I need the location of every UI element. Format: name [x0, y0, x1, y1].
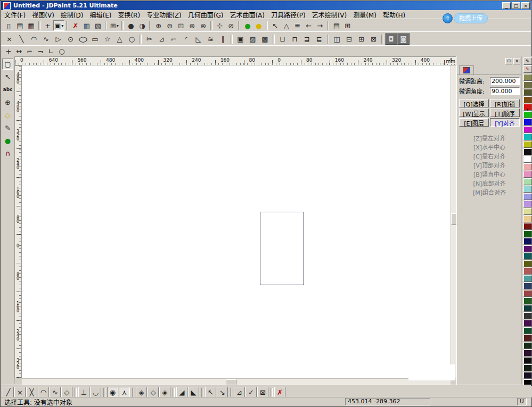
menu-art-surface[interactable]: 艺术曲面(A) — [226, 10, 268, 20]
color-swatch[interactable] — [523, 111, 532, 118]
color-swatch[interactable] — [523, 126, 532, 133]
pick-frame-button[interactable]: △ — [281, 20, 292, 31]
node-combine-button[interactable]: ◫ — [331, 33, 343, 45]
knife-tool-button[interactable]: ✎ — [2, 122, 13, 134]
fill-hatch-button[interactable]: ▨ — [247, 33, 259, 45]
trim-button[interactable]: ✂ — [143, 33, 155, 45]
snap-tangent-button[interactable]: ◡ — [90, 387, 101, 397]
ellipse-button[interactable]: ○ — [77, 33, 89, 45]
order-mode-button[interactable]: [T]顺序 — [490, 109, 520, 117]
color-swatch[interactable] — [523, 230, 532, 237]
menu-toolpath[interactable]: 刀具路径(P) — [268, 10, 309, 20]
check-ok-button[interactable]: ✓ — [245, 387, 257, 397]
color-swatch[interactable] — [523, 283, 532, 289]
node-plus-button[interactable]: ⊞ — [355, 33, 367, 45]
close-button[interactable]: × — [521, 2, 530, 9]
align-top-item[interactable]: [V]顶部对齐 — [457, 161, 522, 170]
color-swatch[interactable] — [523, 223, 532, 230]
display-mode-button[interactable]: [W]显示 — [459, 109, 489, 117]
chamfer-button[interactable]: ◺ — [192, 33, 204, 45]
color-swatch[interactable] — [523, 312, 532, 319]
snap-node-button[interactable]: ◉ — [107, 387, 118, 397]
fill-grid-button[interactable]: ▩ — [259, 33, 271, 45]
light-off-button[interactable]: ● — [253, 20, 264, 31]
regular-polygon-button[interactable]: △ — [113, 33, 126, 45]
select-tool-button[interactable]: ▢ — [2, 59, 13, 70]
palette-pen-button[interactable]: ✎ — [523, 57, 532, 65]
shape-dim-button[interactable]: ○ — [56, 47, 67, 56]
snap-clear-button[interactable]: ✗ — [274, 387, 285, 397]
zoom-dynamic-button[interactable]: ⊘ — [225, 20, 236, 31]
color-swatch[interactable] — [523, 148, 532, 155]
l-dim-button[interactable]: ¬ — [35, 47, 46, 56]
align-right-item[interactable]: [C]靠右对齐 — [457, 152, 522, 161]
menu-view[interactable]: 视图(V) — [29, 10, 58, 20]
color-swatch[interactable] — [523, 119, 532, 126]
subtract-button[interactable]: ⊓ — [289, 33, 301, 45]
minimize-button[interactable]: _ — [502, 2, 511, 9]
dim-shape-button[interactable]: ◇ — [61, 387, 72, 397]
lock-mode-button[interactable]: [R]加锁 — [490, 99, 520, 107]
curve-button[interactable]: ∿ — [40, 33, 52, 45]
menu-measure[interactable]: 测量(M) — [350, 10, 380, 20]
history-back-button[interactable]: ← — [303, 20, 314, 31]
angle-dim-button[interactable]: ∟ — [46, 47, 56, 56]
snap-mid-button[interactable]: ◈ — [136, 387, 147, 397]
magnet-tool-button[interactable]: ∩ — [2, 148, 13, 159]
align-bottom-item[interactable]: [N]底部对齐 — [457, 179, 522, 188]
text-tool-button[interactable]: abc — [2, 84, 13, 95]
clipboard-button[interactable]: ▤ — [331, 20, 342, 31]
color-swatch[interactable] — [523, 156, 532, 163]
color-swatch[interactable] — [523, 297, 532, 304]
color-swatch[interactable] — [523, 245, 532, 252]
palette-pen-alt-button[interactable]: ✎ — [523, 65, 532, 73]
delete-button[interactable]: ✗ — [70, 20, 81, 31]
zoom-in-button[interactable]: ⊕ — [153, 20, 164, 31]
intersect-button[interactable]: ⊒ — [301, 33, 313, 45]
color-swatch[interactable]: ▾ — [523, 104, 532, 111]
align-hcenter-item[interactable]: [X]水平中心 — [457, 143, 522, 152]
panel-close-button[interactable]: × — [513, 58, 520, 64]
color-swatch[interactable] — [523, 215, 532, 222]
new-button[interactable]: ▯ — [3, 20, 14, 31]
node-edit-tool-button[interactable]: ↖ — [2, 71, 13, 82]
color-swatch[interactable] — [523, 275, 532, 282]
menu-file[interactable]: 文件(F) — [1, 10, 29, 20]
title-bar[interactable]: Untitled - JDPaint 5.21 Ultimate _ □ × — [1, 1, 531, 10]
menu-transform[interactable]: 变换(R) — [114, 10, 143, 20]
color-swatch[interactable] — [523, 238, 532, 245]
color-swatch[interactable] — [523, 74, 532, 81]
offset-button[interactable]: ≋ — [204, 33, 217, 45]
center-circle-button[interactable]: ⊙ — [64, 33, 77, 45]
polygon-tool-button[interactable]: ▷ — [52, 33, 64, 45]
dim-arc-button[interactable]: ◠ — [38, 387, 49, 397]
color-swatch[interactable] — [523, 335, 532, 342]
history-forward-button[interactable]: → — [314, 20, 325, 31]
circle-button[interactable]: ○ — [126, 33, 138, 45]
dropdown-arrow-icon[interactable]: ▾ — [61, 23, 63, 28]
copy-button[interactable]: ▥ — [81, 20, 92, 31]
zoom-window-button[interactable]: ⊡ — [175, 20, 186, 31]
color-swatch[interactable] — [523, 350, 532, 356]
pan-button[interactable]: ⊹ — [214, 20, 225, 31]
upload-icon[interactable]: ⇧ — [443, 13, 453, 23]
dim-line-button[interactable]: ╱ — [3, 387, 14, 397]
fillet-button[interactable]: ◜ — [180, 33, 192, 45]
render-shade-button[interactable]: ◑ — [136, 20, 148, 31]
weld-button[interactable]: ⊔ — [276, 33, 289, 45]
preview-dark2-button[interactable]: ◙ — [397, 33, 410, 45]
upload-overlay[interactable]: ⇧ 拖拽上传 — [443, 13, 488, 23]
line-button[interactable]: ╲ — [15, 33, 28, 45]
color-swatch[interactable] — [523, 327, 532, 334]
select-mode-button[interactable]: [Q]选择 — [459, 99, 489, 107]
drawing-canvas[interactable] — [22, 65, 451, 378]
color-swatch[interactable] — [523, 201, 532, 207]
save-button[interactable]: ▦ — [26, 20, 37, 31]
fill-solid-button[interactable]: ▣ — [234, 33, 247, 45]
color-swatch[interactable] — [523, 364, 532, 371]
menu-draw[interactable]: 绘制(D) — [58, 10, 87, 20]
color-swatch[interactable] — [523, 268, 532, 275]
paste-button[interactable]: ▧ — [92, 20, 103, 31]
menu-geometric-surface[interactable]: 几何曲面(G) — [185, 10, 227, 20]
guide-upper-button[interactable]: ◣ — [188, 387, 199, 397]
